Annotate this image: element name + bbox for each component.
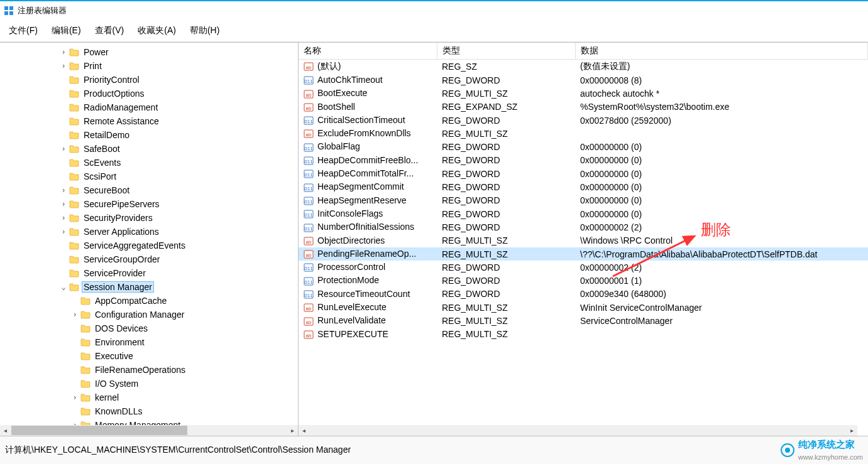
tree-item[interactable]: Environment (3, 335, 298, 349)
cell-data: 0x00000000 (0) (575, 154, 868, 167)
col-data[interactable]: 数据 (575, 43, 868, 60)
tree-item[interactable]: ›SecurityProviders (3, 211, 298, 225)
table-row[interactable]: abObjectDirectoriesREG_MULTI_SZ\Windows … (299, 234, 868, 247)
tree-item[interactable]: ›Power (3, 45, 298, 59)
menu-view[interactable]: 查看(V) (91, 24, 128, 38)
cell-data: 0x00000000 (0) (575, 194, 868, 207)
table-row[interactable]: 011ProtectionModeREG_DWORD0x00000001 (1) (299, 274, 868, 287)
scroll-thumb-h[interactable] (11, 426, 187, 435)
folder-icon (69, 283, 79, 291)
reg-dword-icon: 011 (304, 196, 314, 206)
expander-icon[interactable]: › (59, 48, 68, 56)
tree-item[interactable]: ScsiPort (3, 170, 298, 183)
table-row[interactable]: 011GlobalFlagREG_DWORD0x00000000 (0) (299, 140, 868, 153)
expander-icon[interactable]: › (70, 394, 79, 401)
tree-item[interactable]: ServiceProvider (3, 266, 298, 280)
cell-name: 011HeapSegmentCommit (299, 180, 437, 193)
table-row[interactable]: abBootExecuteREG_MULTI_SZautocheck autoc… (299, 87, 868, 100)
col-name[interactable]: 名称 (299, 43, 437, 60)
cell-data: (数值未设置) (575, 60, 868, 74)
table-row[interactable]: 011HeapSegmentReserveREG_DWORD0x00000000… (299, 194, 868, 207)
tree-item[interactable]: ›kernel (3, 391, 298, 404)
tree-item[interactable]: Remote Assistance (3, 114, 298, 128)
tree-item-label: ScEvents (82, 157, 123, 168)
tree-item[interactable]: PriorityControl (3, 73, 298, 87)
tree-scrollbar-h[interactable]: ◂ ▸ (0, 425, 298, 436)
values-pane[interactable]: 名称 类型 数据 ab(默认)REG_SZ(数值未设置)011AutoChkTi… (299, 43, 868, 436)
table-row[interactable]: 011CriticalSectionTimeoutREG_DWORD0x0027… (299, 114, 868, 127)
scroll-left-icon[interactable]: ◂ (0, 425, 11, 436)
svg-rect-3 (9, 11, 13, 15)
reg-dword-icon: 011 (304, 169, 314, 179)
expander-icon[interactable]: › (70, 311, 79, 318)
table-row[interactable]: 011ResourceTimeoutCountREG_DWORD0x0009e3… (299, 288, 868, 301)
tree-item[interactable]: ›Server Applications (3, 225, 298, 239)
table-row[interactable]: 011InitConsoleFlagsREG_DWORD0x00000000 (… (299, 207, 868, 220)
titlebar[interactable]: 注册表编辑器 (0, 1, 868, 20)
reg-dword-icon: 011 (304, 223, 314, 233)
table-row[interactable]: 011HeapDeCommitFreeBlo...REG_DWORD0x0000… (299, 154, 868, 167)
tree-item[interactable]: ⌄Session Manager (3, 280, 298, 294)
expander-icon[interactable]: › (59, 62, 68, 70)
table-row[interactable]: 011HeapDeCommitTotalFr...REG_DWORD0x0000… (299, 167, 868, 180)
tree-item[interactable]: ›SecurePipeServers (3, 197, 298, 211)
expander-icon[interactable]: ⌄ (59, 283, 68, 291)
tree-item[interactable]: ›Print (3, 59, 298, 73)
table-row[interactable]: 011ProcessorControlREG_DWORD0x00000002 (… (299, 261, 868, 274)
tree-item[interactable]: ScEvents (3, 156, 298, 170)
folder-icon (69, 62, 79, 70)
tree-item[interactable]: FileRenameOperations (3, 363, 298, 377)
table-row[interactable]: 011NumberOfInitialSessionsREG_DWORD0x000… (299, 220, 868, 234)
tree-item[interactable]: RetailDemo (3, 128, 298, 142)
table-row[interactable]: abPendingFileRenameOp...REG_MULTI_SZ\??\… (299, 247, 868, 261)
svg-text:ab: ab (306, 65, 312, 70)
table-row[interactable]: ab(默认)REG_SZ(数值未设置) (299, 60, 868, 74)
menu-favorites[interactable]: 收藏夹(A) (134, 24, 180, 38)
table-row[interactable]: 011HeapSegmentCommitREG_DWORD0x00000000 … (299, 180, 868, 193)
menu-help[interactable]: 帮助(H) (186, 24, 223, 38)
table-row[interactable]: abRunLevelExecuteREG_MULTI_SZWinInit Ser… (299, 301, 868, 314)
tree-item[interactable]: ›Configuration Manager (3, 308, 298, 321)
expander-icon[interactable]: › (59, 214, 68, 222)
scroll-left-icon[interactable]: ◂ (299, 425, 309, 436)
tree-item[interactable]: Executive (3, 349, 298, 363)
svg-text:011: 011 (304, 212, 313, 218)
table-row[interactable]: abExcludeFromKnownDllsREG_MULTI_SZ (299, 127, 868, 140)
table-row[interactable]: abRunLevelValidateREG_MULTI_SZServiceCon… (299, 314, 868, 327)
table-row[interactable]: 011AutoChkTimeoutREG_DWORD0x00000008 (8) (299, 73, 868, 87)
table-row[interactable]: abBootShellREG_EXPAND_SZ%SystemRoot%\sys… (299, 100, 868, 114)
menu-edit[interactable]: 编辑(E) (48, 24, 85, 38)
tree-item-label: ScsiPort (82, 171, 118, 182)
tree-item[interactable]: ›SafeBoot (3, 142, 298, 156)
expander-icon[interactable]: › (59, 186, 68, 194)
menubar: 文件(F) 编辑(E) 查看(V) 收藏夹(A) 帮助(H) (0, 20, 868, 42)
tree-item[interactable]: RadioManagement (3, 100, 298, 114)
tree-item[interactable]: ServiceAggregatedEvents (3, 239, 298, 252)
statusbar: 计算机\HKEY_LOCAL_MACHINE\SYSTEM\CurrentCon… (0, 436, 868, 464)
window-title: 注册表编辑器 (18, 5, 67, 16)
expander-icon[interactable]: › (59, 200, 68, 208)
scroll-right-icon[interactable]: ▸ (847, 425, 857, 436)
reg-sz-icon: ab (304, 316, 314, 326)
tree-pane[interactable]: ›Power›PrintPriorityControlProductOption… (0, 43, 299, 436)
tree-item[interactable]: ServiceGroupOrder (3, 252, 298, 266)
expander-icon[interactable]: › (59, 145, 68, 153)
menu-file[interactable]: 文件(F) (5, 24, 41, 38)
tree-item[interactable]: KnownDLLs (3, 404, 298, 418)
cell-name: abSETUPEXECUTE (299, 328, 437, 341)
tree-item[interactable]: DOS Devices (3, 321, 298, 335)
col-type[interactable]: 类型 (437, 43, 575, 60)
table-row[interactable]: abSETUPEXECUTEREG_MULTI_SZ (299, 328, 868, 341)
tree-item-label: Remote Assistance (82, 116, 161, 127)
scroll-right-icon[interactable]: ▸ (287, 425, 298, 436)
tree-item-label: Environment (93, 337, 146, 348)
reg-sz-icon: ab (304, 129, 314, 139)
tree-item[interactable]: ProductOptions (3, 87, 298, 100)
tree-item[interactable]: ›SecureBoot (3, 183, 298, 197)
reg-dword-icon: 011 (304, 143, 314, 153)
tree-item[interactable]: AppCompatCache (3, 294, 298, 308)
tree-item[interactable]: I/O System (3, 377, 298, 391)
expander-icon[interactable]: › (59, 228, 68, 235)
list-scrollbar-h[interactable]: ◂ ▸ (299, 425, 857, 436)
reg-sz-icon: ab (304, 249, 314, 259)
